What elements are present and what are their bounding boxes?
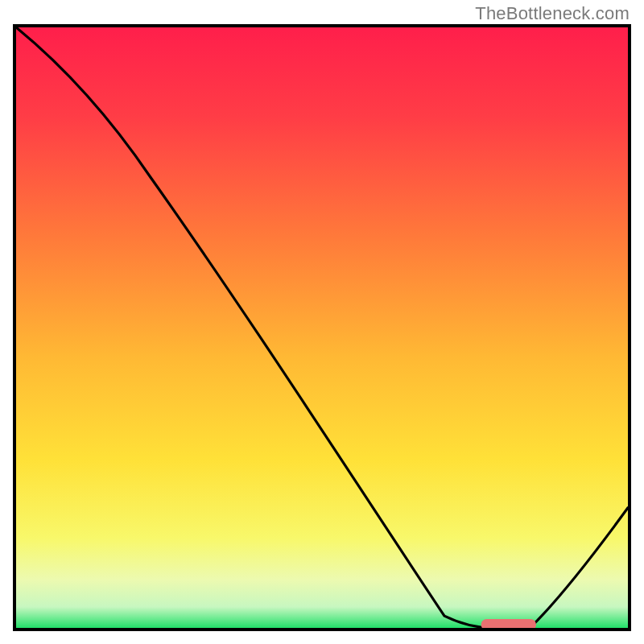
watermark-text: TheBottleneck.com <box>475 3 630 24</box>
svg-rect-0 <box>16 27 628 628</box>
chart-background-gradient <box>16 27 628 628</box>
chart-container <box>13 24 631 631</box>
